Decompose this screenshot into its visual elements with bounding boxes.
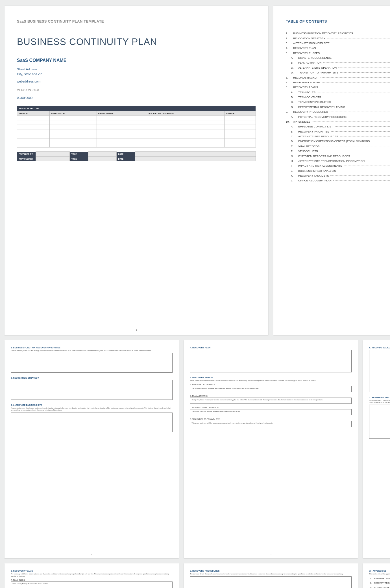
section-heading: 8. RECOVERY TEAMS: [11, 570, 173, 572]
toc-entry: A.TEAM ROLES6: [286, 90, 390, 95]
toc-entry: G.IT SYSTEM REPORTS AND RESOURCES8: [286, 153, 390, 158]
toc-entry: 9.RECOVERY PROCEDURES7: [286, 109, 390, 114]
toc-entry: 3.ALTERNATE BUSINESS SITE3: [286, 41, 390, 45]
phase-box: This phase continues until the company c…: [190, 421, 352, 427]
doc-title: BUSINESS CONTINUITY PLAN: [17, 36, 256, 47]
toc-entry: 2.RELOCATION STRATEGY3: [286, 36, 390, 40]
signature-table: PREPARED BY TITLE DATE APPROVED BY TITLE…: [17, 151, 256, 161]
toc-title: TABLE OF CONTENTS: [286, 19, 390, 23]
page-4: 4. RECOVERY PLAN 5. RECOVERY PHASES Thes…: [184, 340, 358, 559]
toc-entry: C.ALTERNATE SITE RESOURCES8: [286, 134, 390, 139]
appendix-item: B.RECOVERY PRIORITIES: [369, 581, 390, 585]
appendix-item: C.ALTERNATE SITE RESOURCES: [369, 585, 390, 588]
toc-entry: 5.RECOVERY PHASES4: [286, 51, 390, 55]
toc-entry: B.RECOVERY PRIORITIES8: [286, 129, 390, 134]
toc-entry: B.TEAM CONTACTS6: [286, 95, 390, 99]
section-heading: 1. BUSINESS FUNCTION RECOVERY PRIORITIES: [11, 346, 173, 349]
web-address: webaddress.com: [17, 80, 256, 83]
subheading: A. DISASTER OCCURRENCE: [190, 383, 352, 385]
section-desc: Disaster recovery / IT teams maintain, c…: [369, 400, 390, 404]
address: Street Address City, State and Zip: [17, 67, 256, 76]
input-box: [11, 413, 173, 432]
toc-entry: A.POTENTIAL RECOVERY PROCEDURE7: [286, 114, 390, 119]
subheading: C. ALTERNATE SITE OPERATION: [190, 407, 352, 409]
page-6: 8. RECOVERY TEAMS The company establishe…: [5, 563, 179, 588]
toc-entry: A.DISASTER OCCURRENCE4: [286, 55, 390, 60]
team-box: Team Leader, Backup Team Leader, Team Me…: [11, 582, 173, 588]
page-2-toc: TABLE OF CONTENTS 1.BUSINESS FUNCTION RE…: [273, 6, 390, 335]
page-7: 9. RECOVERY PROCEDURES The company detai…: [184, 563, 358, 588]
page-number: 1: [136, 328, 137, 331]
input-box: [11, 353, 173, 373]
toc-entry: 6.RECORDS BACKUP5: [286, 75, 390, 80]
input-box: [369, 350, 390, 392]
toc-entry: C.TEAM RESPONSIBILITIES6: [286, 99, 390, 104]
page-8: 10. APPENDICES This section lists all th…: [363, 563, 390, 588]
phase-box: The company declares a disaster and make…: [190, 386, 352, 392]
date-label: 00/00/0000: [17, 96, 256, 99]
section-heading: 9. RECOVERY PROCEDURES: [190, 570, 352, 572]
section-desc: This section lists all the appendices ne…: [369, 573, 390, 575]
section-desc: The company establishes recovery teams a…: [11, 573, 173, 577]
section-heading: 6. RECORDS BACKUP: [369, 346, 390, 349]
toc-entry: D.TRANSITION TO PRIMARY SITE4: [286, 70, 390, 75]
phase-box: During this phase, the company puts the …: [190, 398, 352, 404]
page-1-cover: SaaS BUSINESS CONTINUITY PLAN TEMPLATE B…: [5, 6, 268, 335]
phase-box: This phase continues until the business …: [190, 409, 352, 415]
toc-entry: 10.APPENDICES8: [286, 119, 390, 124]
company-name: SaaS COMPANY NAME: [17, 58, 256, 63]
toc-entry: 8.RECOVERY TEAMS6: [286, 85, 390, 90]
subheading: D. TRANSITION TO PRIMARY SITE: [190, 418, 352, 420]
input-box: [11, 380, 173, 400]
section-desc: An organization uses the alternate busin…: [11, 407, 173, 411]
appendix-item: A.EMPLOYEE CONTACT LIST: [369, 576, 390, 581]
input-box: [190, 576, 352, 588]
section-heading: 7. RESTORATION PLAN: [369, 396, 390, 399]
section-desc: These are the activities most needed for…: [190, 380, 352, 382]
section-heading: 4. RECOVERY PLAN: [190, 346, 352, 349]
section-heading: 2. RELOCATION STRATEGY: [11, 377, 173, 379]
section-desc: Disaster recovery teams use this strateg…: [11, 350, 173, 352]
toc-entry: D.DEPARTMENTAL RECOVERY TEAMS6: [286, 105, 390, 109]
section-heading: 10. APPENDICES: [369, 570, 390, 572]
page-3: 1. BUSINESS FUNCTION RECOVERY PRIORITIES…: [5, 340, 179, 559]
toc-entry: H.ALTERNATE SITE TRANSPORTATION INFORMAT…: [286, 159, 390, 163]
template-kicker: SaaS BUSINESS CONTINUITY PLAN TEMPLATE: [17, 19, 256, 23]
toc-list: 1.BUSINESS FUNCTION RECOVERY PRIORITIES3…: [286, 31, 390, 183]
toc-entry: K.RECOVERY TASK LISTS8: [286, 173, 390, 178]
subheading: B. PLAN ACTIVATION: [190, 395, 352, 397]
appendix-list: A.EMPLOYEE CONTACT LISTB.RECOVERY PRIORI…: [369, 576, 390, 588]
toc-entry: 1.BUSINESS FUNCTION RECOVERY PRIORITIES3: [286, 31, 390, 36]
version-label: VERSION 0.0.0: [17, 88, 256, 92]
toc-entry: 4.RECOVERY PLAN4: [286, 45, 390, 50]
version-history-table: VERSION HISTORY VERSIONAPPROVED BYREVISI…: [17, 106, 256, 147]
section-desc: The company details the specific activit…: [190, 573, 352, 575]
section-heading: 3. ALTERNATE BUSINESS SITE: [11, 404, 173, 406]
toc-entry: 7.RESTORATION PLAN5: [286, 80, 390, 85]
toc-entry: I.IMPACT AND RISK ASSESSMENTS8: [286, 163, 390, 168]
toc-entry: L.OFFICE RECOVERY PLAN8: [286, 178, 390, 183]
subheading: A. TEAM ROLES: [11, 579, 173, 581]
input-box: [190, 350, 352, 372]
page-5: 6. RECORDS BACKUP 7. RESTORATION PLAN Di…: [363, 340, 390, 559]
toc-entry: D.EMERGENCY OPERATIONS CENTER (EOC) LOCA…: [286, 139, 390, 144]
section-heading: 5. RECOVERY PHASES: [190, 376, 352, 379]
toc-entry: F.VENDOR LISTS8: [286, 149, 390, 153]
toc-entry: J.BUSINESS IMPACT ANALYSIS8: [286, 168, 390, 173]
toc-entry: C.ALTERNATE SITE OPERATION4: [286, 65, 390, 70]
toc-entry: E.VITAL RECORDS8: [286, 144, 390, 149]
toc-entry: B.PLAN ACTIVATION4: [286, 60, 390, 65]
input-box: [369, 405, 390, 439]
toc-entry: A.EMPLOYEE CONTACT LIST8: [286, 124, 390, 129]
